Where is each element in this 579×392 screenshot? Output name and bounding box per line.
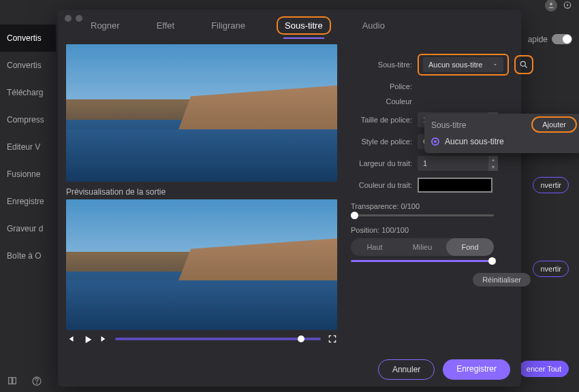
- sidebar-bottom: [7, 376, 42, 387]
- editor-modal: Rogner Effet Filigrane Sous-titre Audio …: [58, 10, 521, 387]
- reset-button[interactable]: Réinitialiser: [473, 273, 531, 287]
- transparency-slider[interactable]: [351, 214, 494, 216]
- timeline-slider[interactable]: [115, 338, 321, 340]
- stroke-color-swatch[interactable]: [418, 178, 492, 193]
- search-icon: [519, 60, 529, 69]
- position-slider[interactable]: [351, 260, 494, 262]
- sidebar: Convertis Convertis Télécharg Compress E…: [0, 24, 56, 270]
- seg-middle[interactable]: Milieu: [398, 238, 446, 256]
- seg-top[interactable]: Haut: [351, 238, 398, 256]
- help-icon[interactable]: [31, 376, 42, 387]
- tab-crop[interactable]: Rogner: [85, 16, 125, 35]
- option-none-label: Aucun sous-titre: [445, 137, 504, 146]
- svg-point-2: [567, 5, 567, 5]
- label-style: Style de police:: [351, 137, 412, 146]
- row-stroke-width: Largeur du trait: 1 ▲▼: [351, 156, 533, 171]
- sidebar-item-editeur[interactable]: Editeur V: [0, 133, 56, 161]
- row-position: Position: 100/100 Haut Milieu Fond: [351, 226, 533, 262]
- avatar-icon[interactable]: [545, 0, 557, 12]
- quick-label: apide: [528, 35, 548, 44]
- close-window-icon[interactable]: [65, 15, 72, 22]
- stroke-width-input[interactable]: 1 ▲▼: [418, 156, 498, 171]
- modal-body: Prévisualisation de la sortie Sous-titre…: [58, 35, 521, 350]
- position-segment: Haut Milieu Fond: [351, 238, 494, 256]
- label-stroke-width: Largeur du trait:: [351, 159, 412, 167]
- play-icon[interactable]: [82, 334, 92, 344]
- label-size: Taille de police:: [351, 116, 412, 124]
- sidebar-item-enregistre[interactable]: Enregistre: [0, 188, 56, 215]
- sidebar-item-convertis-active[interactable]: Convertis: [0, 24, 56, 52]
- label-stroke-color: Couleur du trait:: [351, 181, 412, 189]
- add-subtitle-button[interactable]: Ajouter: [531, 116, 577, 133]
- subtitle-select-highlight: Aucun sous-titre: [418, 54, 509, 76]
- svg-point-4: [37, 383, 37, 384]
- preview-output-label: Prévisualisation de la sortie: [66, 187, 337, 197]
- row-stroke-color: Couleur du trait:: [351, 178, 533, 193]
- preview-output: [66, 199, 337, 331]
- help-chat-icon[interactable]: [563, 1, 572, 10]
- seg-bottom[interactable]: Fond: [446, 238, 494, 256]
- svg-point-0: [550, 3, 552, 5]
- subtitle-select-value: Aucun sous-titre: [428, 61, 482, 69]
- label-font: Police:: [351, 82, 412, 91]
- tab-subtitle[interactable]: Sous-titre: [277, 16, 331, 35]
- label-color: Couleur: [351, 97, 412, 105]
- transparency-label: Transparence: 0/100: [351, 202, 533, 210]
- next-frame-icon[interactable]: [99, 334, 108, 344]
- save-button[interactable]: Enregistrer: [443, 359, 510, 380]
- row-subtitle: Sous-titre: Aucun sous-titre: [351, 54, 533, 76]
- radio-icon: [431, 137, 439, 146]
- preview-main: [66, 44, 337, 182]
- sidebar-item-boite[interactable]: Boîte à O: [0, 242, 56, 270]
- settings-column: Sous-titre: Aucun sous-titre Police: Cou…: [351, 44, 533, 344]
- row-font: Police:: [351, 82, 533, 91]
- quick-toggle: apide: [528, 34, 572, 44]
- sidebar-item-compress[interactable]: Compress: [0, 106, 56, 133]
- fullscreen-icon[interactable]: [328, 334, 337, 344]
- tab-audio[interactable]: Audio: [357, 16, 390, 35]
- svg-point-5: [520, 61, 525, 66]
- prev-frame-icon[interactable]: [66, 334, 76, 344]
- stroke-width-value: 1: [423, 159, 427, 167]
- subtitle-select[interactable]: Aucun sous-titre: [423, 57, 503, 72]
- cancel-button[interactable]: Annuler: [378, 359, 435, 380]
- sidebar-item-telecharg[interactable]: Télécharg: [0, 79, 56, 106]
- minimize-window-icon[interactable]: [76, 15, 82, 22]
- chevron-down-icon: [492, 62, 498, 67]
- dropdown-row: Aucun sous-titre: [431, 137, 574, 146]
- toggle-switch[interactable]: [552, 34, 572, 44]
- subtitle-dropdown-popup: Ajouter Sous-titre Aucun sous-titre: [424, 114, 579, 153]
- traffic-lights: [65, 15, 82, 22]
- option-none[interactable]: Aucun sous-titre: [431, 137, 504, 146]
- preview-column: Prévisualisation de la sortie: [66, 44, 337, 344]
- modal-tabs: Rogner Effet Filigrane Sous-titre Audio: [58, 10, 521, 35]
- tab-effect[interactable]: Effet: [151, 16, 181, 35]
- row-transparency: Transparence: 0/100: [351, 202, 533, 216]
- stroke-width-spinner[interactable]: ▲▼: [488, 156, 498, 171]
- convert-button-1[interactable]: nvertir: [533, 177, 569, 193]
- player-controls: [66, 334, 337, 344]
- sidebar-item-graveur[interactable]: Graveur d: [0, 215, 56, 242]
- row-color: Couleur: [351, 97, 533, 105]
- position-label: Position: 100/100: [351, 226, 533, 234]
- label-subtitle: Sous-titre:: [351, 61, 412, 69]
- sidebar-item-convertis[interactable]: Convertis: [0, 52, 56, 79]
- tab-watermark[interactable]: Filigrane: [206, 16, 251, 35]
- book-icon[interactable]: [7, 376, 18, 387]
- start-all-button[interactable]: encer Tout: [519, 361, 569, 377]
- modal-footer: Annuler Enregistrer: [378, 359, 510, 380]
- sidebar-item-fusionne[interactable]: Fusionne: [0, 161, 56, 188]
- convert-button-2[interactable]: nvertir: [533, 261, 569, 277]
- search-subtitle-button[interactable]: [514, 55, 533, 74]
